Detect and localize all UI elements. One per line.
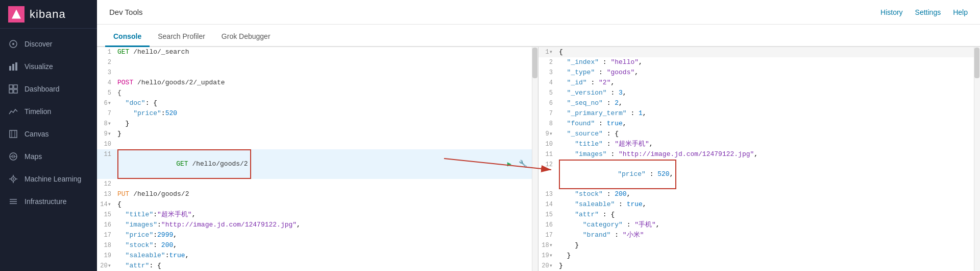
- sidebar-item-timelion[interactable]: Timelion: [0, 100, 97, 123]
- kibana-icon: [8, 6, 24, 22]
- svg-rect-8: [14, 89, 17, 93]
- right-scrollbar[interactable]: [974, 47, 980, 271]
- topbar-actions: History Settings Help: [880, 8, 968, 16]
- right-scroll-thumb[interactable]: [974, 48, 979, 78]
- table-row: 9▾ "_source" : {: [538, 129, 980, 139]
- timelion-icon: [8, 106, 18, 117]
- svg-rect-3: [12, 64, 14, 71]
- sidebar: kibana Discover Visualize: [0, 0, 97, 271]
- topbar: Dev Tools History Settings Help: [97, 0, 980, 25]
- table-row: 8 "found" : true,: [538, 119, 980, 129]
- table-row: 10 "title" : "超米手机",: [538, 139, 980, 149]
- table-row: 19 "saleable":true,: [97, 251, 538, 261]
- table-row: 17 "price":2999,: [97, 230, 538, 240]
- table-row: 1▾ {: [538, 47, 980, 57]
- play-button[interactable]: ▶: [504, 159, 514, 169]
- right-editor-pane: 1▾ { 2 "_index" : "hello", 3 "_type" : "…: [538, 47, 980, 271]
- table-row: 12 "price" : 520,: [538, 160, 980, 189]
- help-link[interactable]: Help: [953, 8, 968, 16]
- svg-rect-4: [15, 62, 17, 71]
- sidebar-item-machine-learning-label: Machine Learning: [24, 175, 81, 183]
- svg-rect-5: [9, 85, 13, 88]
- svg-rect-6: [14, 85, 17, 88]
- left-scroll-thumb[interactable]: [532, 48, 537, 78]
- sidebar-item-maps-label: Maps: [24, 152, 42, 161]
- table-row: 6▾ "doc": {: [97, 98, 538, 108]
- sidebar-item-infrastructure-label: Infrastructure: [24, 197, 66, 206]
- svg-rect-7: [9, 89, 13, 93]
- table-row: 8▾ }: [97, 119, 538, 129]
- table-row: 3: [97, 67, 538, 78]
- left-code-editor[interactable]: 1 GET /hello/_search 2 3 4 POST /hello/g…: [97, 47, 538, 271]
- svg-rect-2: [9, 66, 11, 71]
- left-editor-pane: 1 GET /hello/_search 2 3 4 POST /hello/g…: [97, 47, 538, 271]
- table-row: 13 PUT /hello/goods/2: [97, 189, 538, 199]
- machine-learning-icon: [8, 174, 18, 184]
- tab-console[interactable]: Console: [105, 27, 150, 47]
- table-row: 4 "_id" : "2",: [538, 78, 980, 88]
- wrench-button[interactable]: 🔧: [518, 159, 528, 169]
- table-row: 10: [97, 139, 538, 149]
- table-row: 7 "_primary_term" : 1,: [538, 108, 980, 119]
- dashboard-icon: [8, 84, 18, 94]
- tab-bar: Console Search Profiler Grok Debugger: [97, 25, 980, 47]
- table-row: 9▾ }: [97, 129, 538, 139]
- sidebar-item-timelion-label: Timelion: [24, 107, 51, 116]
- maps-icon: [8, 151, 18, 162]
- right-code-editor[interactable]: 1▾ { 2 "_index" : "hello", 3 "_type" : "…: [538, 47, 980, 271]
- table-row: 13 "stock" : 200,: [538, 189, 980, 199]
- tab-grok-debugger[interactable]: Grok Debugger: [213, 27, 279, 47]
- visualize-icon: [8, 61, 18, 72]
- table-row: 20▾ }: [538, 261, 980, 271]
- sidebar-item-discover-label: Discover: [24, 40, 52, 48]
- main-area: Dev Tools History Settings Help Console …: [97, 0, 980, 271]
- logo[interactable]: kibana: [0, 0, 97, 29]
- table-row: 15 "title":"超米手机",: [97, 210, 538, 220]
- table-row: 17 "brand" : "小米": [538, 230, 980, 240]
- sidebar-item-visualize[interactable]: Visualize: [0, 55, 97, 78]
- history-link[interactable]: History: [880, 8, 903, 16]
- table-row: 16 "images":"http://image.jd.com/1247912…: [97, 220, 538, 230]
- table-row: 5 {: [97, 88, 538, 98]
- table-row: 16 "category" : "手机",: [538, 220, 980, 230]
- table-row: 3 "_type" : "goods",: [538, 67, 980, 78]
- page-title: Dev Tools: [109, 8, 143, 16]
- table-row: 20▾ "attr": {: [97, 261, 538, 271]
- table-row: 14▾ {: [97, 199, 538, 210]
- table-row: 1 GET /hello/_search: [97, 47, 538, 57]
- table-row: 6 "_seq_no" : 2,: [538, 98, 980, 108]
- table-row: 2: [97, 57, 538, 67]
- table-row: 12: [97, 179, 538, 189]
- infrastructure-icon: [8, 196, 18, 207]
- table-row: 18 "stock": 200,: [97, 240, 538, 251]
- sidebar-item-canvas[interactable]: Canvas: [0, 123, 97, 145]
- table-row: 18▾ }: [538, 240, 980, 251]
- sidebar-item-discover[interactable]: Discover: [0, 33, 97, 55]
- svg-point-16: [13, 178, 14, 180]
- sidebar-item-canvas-label: Canvas: [24, 130, 48, 138]
- sidebar-item-machine-learning[interactable]: Machine Learning: [0, 168, 97, 190]
- sidebar-item-visualize-label: Visualize: [24, 62, 53, 71]
- sidebar-item-dashboard[interactable]: Dashboard: [0, 78, 97, 100]
- table-row: 7 "price":520: [97, 108, 538, 119]
- editor-area: 1 GET /hello/_search 2 3 4 POST /hello/g…: [97, 47, 980, 271]
- table-row: 4 POST /hello/goods/2/_update: [97, 78, 538, 88]
- svg-point-1: [12, 43, 14, 45]
- table-row: 19▾ }: [538, 251, 980, 261]
- discover-icon: [8, 39, 18, 49]
- sidebar-item-dashboard-label: Dashboard: [24, 85, 60, 93]
- logo-text: kibana: [30, 8, 66, 21]
- canvas-icon: [8, 129, 18, 139]
- table-row: 11 "images" : "http://image.jd.com/12479…: [538, 149, 980, 160]
- settings-link[interactable]: Settings: [915, 8, 941, 16]
- table-row: 15 "attr" : {: [538, 210, 980, 220]
- left-scrollbar[interactable]: [532, 47, 538, 271]
- svg-rect-9: [10, 130, 17, 138]
- sidebar-item-infrastructure[interactable]: Infrastructure: [0, 190, 97, 213]
- table-row: 5 "_version" : 3,: [538, 88, 980, 98]
- table-row: 2 "_index" : "hello",: [538, 57, 980, 67]
- tab-search-profiler[interactable]: Search Profiler: [150, 27, 213, 47]
- table-row: 14 "saleable" : true,: [538, 199, 980, 210]
- sidebar-nav: Discover Visualize Dashboar: [0, 29, 97, 271]
- sidebar-item-maps[interactable]: Maps: [0, 145, 97, 168]
